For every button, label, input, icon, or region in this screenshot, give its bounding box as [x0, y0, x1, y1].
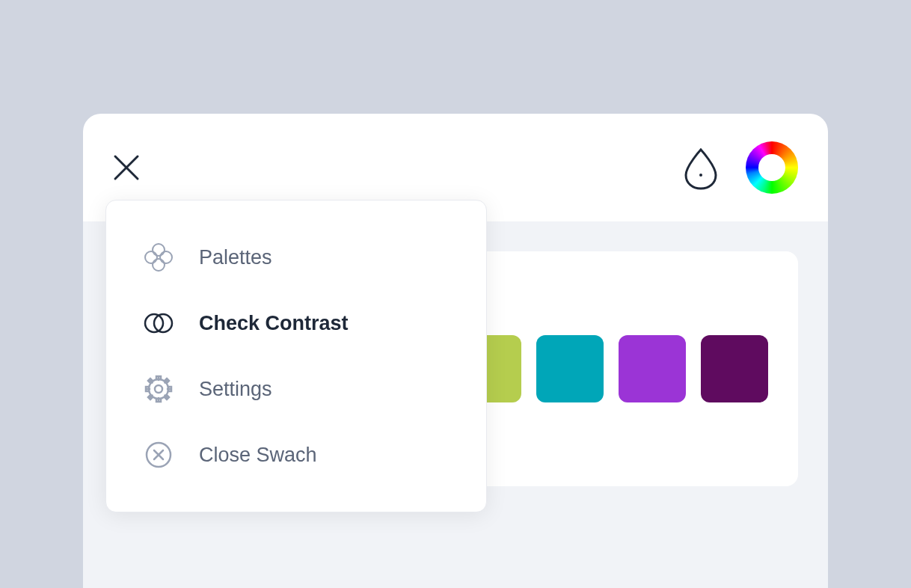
- close-icon: [113, 154, 140, 181]
- dropdown-menu: Palettes Check Contrast: [105, 200, 487, 512]
- menu-item-settings[interactable]: Settings: [106, 356, 486, 422]
- svg-point-9: [155, 385, 162, 393]
- gear-icon: [142, 373, 175, 405]
- svg-point-6: [160, 251, 172, 263]
- svg-point-10: [149, 379, 168, 399]
- menu-item-label: Palettes: [199, 246, 272, 269]
- contrast-icon: [142, 307, 175, 340]
- svg-point-4: [153, 259, 165, 271]
- menu-item-palettes[interactable]: Palettes: [106, 224, 486, 290]
- menu-item-label: Settings: [199, 378, 272, 401]
- menu-item-check-contrast[interactable]: Check Contrast: [106, 290, 486, 356]
- svg-point-2: [699, 174, 702, 177]
- palettes-icon: [142, 241, 175, 274]
- app-window: Palettes Check Contrast: [83, 114, 828, 588]
- close-button[interactable]: [113, 154, 140, 181]
- svg-point-5: [145, 251, 157, 263]
- menu-item-label: Close Swach: [199, 444, 317, 467]
- close-circle-icon: [142, 438, 175, 471]
- eyedropper-button[interactable]: [678, 145, 723, 190]
- menu-item-close-swach[interactable]: Close Swach: [106, 422, 486, 488]
- droplet-icon: [678, 145, 723, 190]
- color-swatch[interactable]: [619, 335, 686, 402]
- color-swatch[interactable]: [536, 335, 604, 402]
- color-swatch[interactable]: [701, 335, 768, 402]
- menu-item-label: Check Contrast: [199, 312, 349, 335]
- color-wheel-button[interactable]: [746, 141, 798, 194]
- header-left: [113, 154, 140, 181]
- svg-point-3: [153, 244, 165, 256]
- header-right: [678, 141, 798, 194]
